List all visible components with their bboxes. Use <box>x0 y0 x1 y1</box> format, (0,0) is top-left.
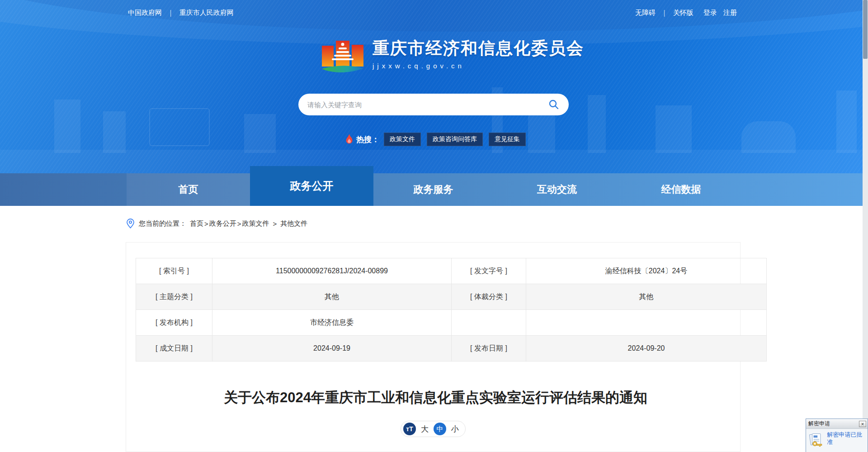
meta-value-empty <box>526 310 767 336</box>
building-silhouette <box>656 105 692 153</box>
topbar-separator: ｜ <box>661 9 668 17</box>
meta-value-genre-class: 其他 <box>526 284 767 310</box>
nav-item-interaction[interactable]: 互动交流 <box>496 173 618 206</box>
font-size-control: тT 大 中 小 <box>401 421 466 437</box>
meta-label-empty <box>452 310 526 336</box>
link-china-gov[interactable]: 中国政府网 <box>128 9 162 17</box>
decrypt-request-popup: 解密申请 × 解密申请已批准 <box>806 419 868 452</box>
monitor-illustration <box>149 108 210 146</box>
header-banner: 中国政府网 ｜ 重庆市人民政府网 无障碍 ｜ 关怀版 登录 注册 <box>0 0 863 173</box>
breadcrumb: 您当前的位置： 首页 > 政务公开 > 政策文件 > 其他文件 <box>127 219 307 228</box>
main-nav: 首页 政务公开 政务服务 互动交流 经信数据 <box>0 173 863 206</box>
document-meta-table: [ 索引号 ] 11500000009276281J/2024-00899 [ … <box>136 258 767 362</box>
popup-title-bar: 解密申请 × <box>806 419 868 429</box>
breadcrumb-separator: > <box>204 220 208 228</box>
building-silhouette <box>836 90 857 153</box>
article-title: 关于公布2024年重庆市工业和信息化重点实验室运行评估结果的通知 <box>136 388 736 407</box>
breadcrumb-policy-files[interactable]: 政策文件 <box>242 219 269 228</box>
brand-text: 重庆市经济和信息化委员会 jjxxw.cq.gov.cn <box>373 38 584 70</box>
decrypt-approved-link[interactable]: 解密申请已批准 <box>827 431 867 446</box>
hot-search-opinion[interactable]: 意见征集 <box>489 133 526 146</box>
meta-value-index-no: 11500000009276281J/2024-00899 <box>212 258 452 284</box>
meta-value-doc-no: 渝经信科技〔2024〕24号 <box>526 258 767 284</box>
search-bar <box>298 94 569 115</box>
popup-title: 解密申请 <box>808 420 830 428</box>
topbar-right-links: 无障碍 ｜ 关怀版 登录 注册 <box>635 9 737 17</box>
table-row: [ 成文日期 ] 2024-09-19 [ 发布日期 ] 2024-09-20 <box>136 336 767 362</box>
nav-item-gov-services[interactable]: 政务服务 <box>373 173 493 206</box>
meta-value-written-date: 2024-09-19 <box>212 336 452 362</box>
building-silhouette <box>588 95 606 153</box>
site-logo-icon[interactable] <box>321 38 364 76</box>
meta-label-written-date: [ 成文日期 ] <box>136 336 212 362</box>
meta-value-publish-date: 2024-09-20 <box>526 336 767 362</box>
font-size-icon[interactable]: тT <box>403 423 416 435</box>
meta-label-doc-no: [ 发文字号 ] <box>452 258 526 284</box>
breadcrumb-home[interactable]: 首页 <box>190 219 203 228</box>
popup-body: 解密申请已批准 <box>806 429 868 448</box>
font-size-small-button[interactable]: 小 <box>451 424 459 434</box>
scrollbar-thumb[interactable] <box>863 0 868 59</box>
nav-item-gov-disclosure[interactable]: 政务公开 <box>250 166 373 206</box>
meta-value-issuer: 市经济信息委 <box>212 310 452 336</box>
building-silhouette <box>54 100 80 153</box>
search-icon <box>548 99 560 110</box>
hot-search-row: 热搜： 政策文件 政策咨询问答库 意见征集 <box>345 133 532 146</box>
table-row: [ 索引号 ] 11500000009276281J/2024-00899 [ … <box>136 258 767 284</box>
link-care-version[interactable]: 关怀版 <box>673 9 693 17</box>
meta-value-topic-class: 其他 <box>212 284 452 310</box>
link-login[interactable]: 登录 <box>703 9 717 17</box>
meta-label-publish-date: [ 发布日期 ] <box>452 336 526 362</box>
topbar-separator: ｜ <box>167 9 174 17</box>
breadcrumb-separator: > <box>273 220 277 228</box>
breadcrumb-gov-disclosure[interactable]: 政务公开 <box>209 219 236 228</box>
scrollbar-track[interactable] <box>863 0 868 452</box>
hot-search-policy-qa[interactable]: 政策咨询问答库 <box>427 133 483 146</box>
link-register[interactable]: 注册 <box>723 9 737 17</box>
site-brand: 重庆市经济和信息化委员会 jjxxw.cq.gov.cn <box>321 38 584 76</box>
building-silhouette <box>103 111 126 153</box>
search-button[interactable] <box>547 98 561 111</box>
link-cq-gov[interactable]: 重庆市人民政府网 <box>179 9 234 17</box>
site-url: jjxxw.cq.gov.cn <box>373 62 584 70</box>
meta-label-index-no: [ 索引号 ] <box>136 258 212 284</box>
skyline-band <box>0 150 863 173</box>
breadcrumb-other-files[interactable]: 其他文件 <box>280 219 307 228</box>
location-pin-icon <box>127 219 134 228</box>
table-row: [ 主题分类 ] 其他 [ 体裁分类 ] 其他 <box>136 284 767 310</box>
decrypt-document-icon <box>809 431 825 448</box>
table-row: [ 发布机构 ] 市经济信息委 <box>136 310 767 336</box>
nav-item-home[interactable]: 首页 <box>127 173 250 206</box>
flame-icon <box>345 134 354 145</box>
close-icon[interactable]: × <box>859 421 866 427</box>
site-title[interactable]: 重庆市经济和信息化委员会 <box>373 38 584 58</box>
page-root: 中国政府网 ｜ 重庆市人民政府网 无障碍 ｜ 关怀版 登录 注册 <box>0 0 868 452</box>
topbar-left-links: 中国政府网 ｜ 重庆市人民政府网 <box>128 9 234 17</box>
building-silhouette <box>244 114 276 153</box>
meta-label-genre-class: [ 体裁分类 ] <box>452 284 526 310</box>
hot-search-label: 热搜： <box>356 134 379 145</box>
hot-search-policy-files[interactable]: 政策文件 <box>384 133 421 146</box>
nav-item-data[interactable]: 经信数据 <box>619 173 743 206</box>
banner-stripe-texture <box>0 0 863 173</box>
search-input[interactable] <box>307 100 547 109</box>
font-size-medium-button[interactable]: 中 <box>434 423 446 435</box>
breadcrumb-prefix: 您当前的位置： <box>139 219 186 228</box>
dome-building-silhouette <box>741 121 796 153</box>
meta-label-issuer: [ 发布机构 ] <box>136 310 212 336</box>
breadcrumb-separator: > <box>237 220 241 228</box>
link-accessibility[interactable]: 无障碍 <box>635 9 656 17</box>
font-size-large-button[interactable]: 大 <box>421 424 429 434</box>
meta-label-topic-class: [ 主题分类 ] <box>136 284 212 310</box>
